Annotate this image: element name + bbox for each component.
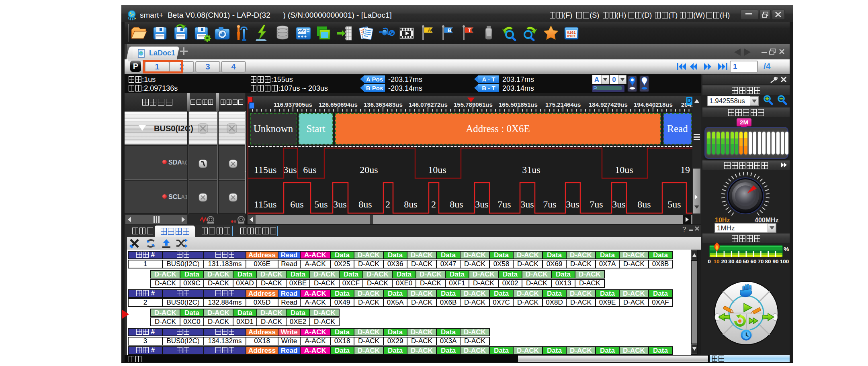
svg-text:A: A	[428, 27, 432, 33]
svg-text:B: B	[448, 27, 451, 33]
svg-text:0101: 0101	[567, 35, 576, 39]
svg-text:T: T	[468, 27, 471, 33]
